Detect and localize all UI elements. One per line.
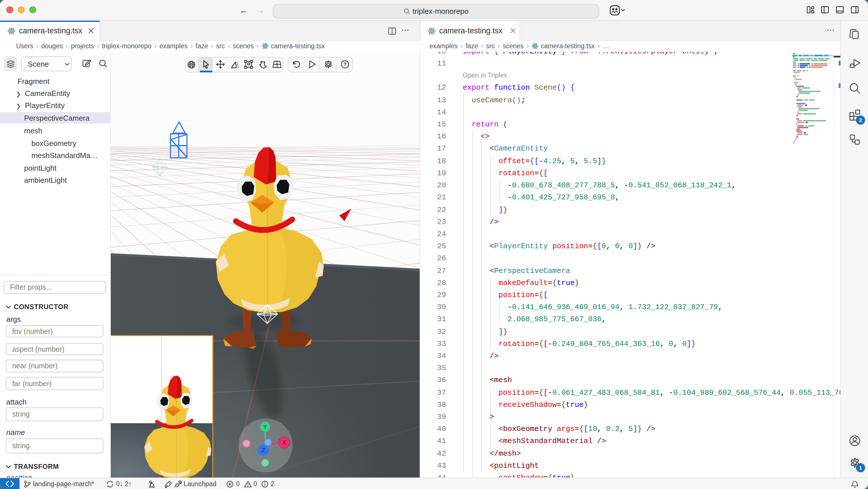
svg-text:Y: Y <box>263 424 267 430</box>
svg-text:Z: Z <box>261 447 265 453</box>
svg-text:X: X <box>282 439 286 445</box>
svg-text:?: ? <box>343 62 346 67</box>
svg-text:2: 2 <box>859 117 862 123</box>
svg-text:1: 1 <box>859 465 862 470</box>
